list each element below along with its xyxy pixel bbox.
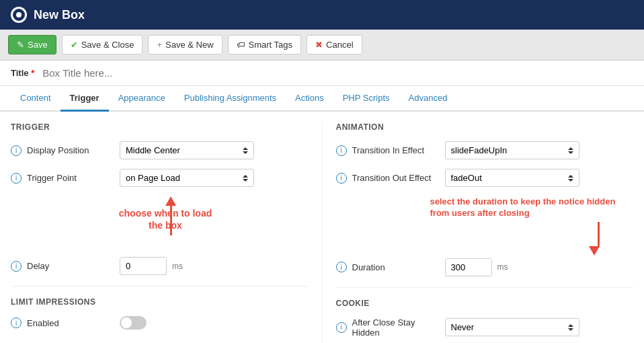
app-header: New Box <box>0 0 644 30</box>
trigger-point-info-icon[interactable]: i <box>11 173 22 184</box>
trigger-point-label: Trigger Point <box>27 173 114 183</box>
duration-info-icon[interactable]: i <box>336 262 347 272</box>
after-close-select[interactable]: Never 1 Day 7 Days 30 Days Forever <box>445 318 579 336</box>
delay-label: Delay <box>27 261 114 271</box>
trigger-section-title: TRIGGER <box>11 122 309 132</box>
after-close-label: After Close Stay Hidden <box>352 317 440 338</box>
transition-out-info-icon[interactable]: i <box>336 173 347 184</box>
tab-trigger[interactable]: Trigger <box>61 86 109 112</box>
trigger-point-row: i Trigger Point on Page Load on Exit Int… <box>11 169 309 187</box>
tab-content[interactable]: Content <box>11 86 61 112</box>
save-new-button[interactable]: + Save & New <box>148 35 222 54</box>
duration-label: Duration <box>352 262 440 272</box>
smart-tags-button[interactable]: 🏷 Smart Tags <box>228 35 302 54</box>
after-close-row: i After Close Stay Hidden Never 1 Day 7 … <box>336 317 634 338</box>
cancel-button[interactable]: ✖ Cancel <box>307 35 362 54</box>
annotation-text-right: select the duration to keep the notice h… <box>430 196 634 219</box>
plus-icon: + <box>157 40 162 50</box>
tab-publishing-assignments[interactable]: Publishing Assignments <box>175 86 286 112</box>
logo-icon <box>11 7 27 23</box>
annotation-left-area: choose when to load the box <box>11 196 309 257</box>
title-label: Title * <box>11 68 34 78</box>
transition-out-row: i Transition Out Effect fadeOut slideOut… <box>336 169 634 187</box>
tag-icon: 🏷 <box>237 40 245 50</box>
tab-bar: Content Trigger Appearance Publishing As… <box>0 86 644 112</box>
save-close-button[interactable]: ✔ Save & Close <box>62 35 143 54</box>
toolbar: ✎ Save ✔ Save & Close + Save & New 🏷 Sma… <box>0 30 644 61</box>
display-position-select[interactable]: Middle Center Top Left Top Right Bottom … <box>120 141 254 159</box>
title-input[interactable] <box>42 67 633 79</box>
enabled-row: i Enabled <box>11 316 309 330</box>
main-content: TRIGGER i Display Position Middle Center… <box>0 112 644 343</box>
transition-out-label: Transition Out Effect <box>352 173 440 183</box>
annotation-text-left: choose when to load the box <box>112 207 219 231</box>
check-icon: ✔ <box>71 40 78 50</box>
enabled-toggle[interactable] <box>120 316 147 330</box>
tab-php-scripts[interactable]: PHP Scripts <box>333 86 399 112</box>
transition-out-select[interactable]: fadeOut slideOutLeft slideOutRight slide… <box>445 169 579 187</box>
after-close-info-icon[interactable]: i <box>336 322 347 333</box>
tab-actions[interactable]: Actions <box>286 86 333 112</box>
duration-unit: ms <box>497 262 508 272</box>
tab-advanced[interactable]: Advanced <box>399 86 457 112</box>
cancel-icon: ✖ <box>315 40 323 50</box>
delay-unit: ms <box>172 262 183 271</box>
right-panel: ANIMATION i Transition In Effect slideFa… <box>323 122 634 343</box>
duration-row: i Duration ms <box>336 258 634 276</box>
limit-impressions-title: LIMIT IMPRESSIONS <box>11 297 309 307</box>
page-title: New Box <box>34 8 85 22</box>
animation-section-title: ANIMATION <box>336 122 634 132</box>
display-position-row: i Display Position Middle Center Top Lef… <box>11 141 309 159</box>
cookie-section-title: COOKIE <box>336 299 634 308</box>
display-position-info-icon[interactable]: i <box>11 145 22 156</box>
save-button[interactable]: ✎ Save <box>8 35 56 54</box>
save-icon: ✎ <box>17 40 24 50</box>
trigger-point-annotation-area: i Trigger Point on Page Load on Exit Int… <box>11 169 309 257</box>
delay-info-icon[interactable]: i <box>11 261 22 272</box>
transition-in-info-icon[interactable]: i <box>336 145 347 156</box>
delay-row: i Delay ms <box>11 257 309 275</box>
enabled-label: Enabled <box>27 318 114 328</box>
transition-in-select[interactable]: slideFadeUpIn fadeIn slideInLeft slideIn… <box>445 141 579 159</box>
transition-in-label: Transition In Effect <box>352 145 440 155</box>
left-panel: TRIGGER i Display Position Middle Center… <box>11 122 323 343</box>
section-divider <box>11 286 309 287</box>
transition-in-row: i Transition In Effect slideFadeUpIn fad… <box>336 141 634 159</box>
duration-input[interactable] <box>445 258 492 276</box>
tab-appearance[interactable]: Appearance <box>109 86 175 112</box>
trigger-point-select[interactable]: on Page Load on Exit Intent on Scroll on… <box>120 169 254 187</box>
display-position-label: Display Position <box>27 145 114 155</box>
annotation-arrow-right <box>336 222 600 256</box>
delay-input[interactable] <box>120 257 167 275</box>
animation-divider <box>336 287 634 288</box>
enabled-info-icon[interactable]: i <box>11 317 22 328</box>
duration-annotation-area: select the duration to keep the notice h… <box>336 196 634 256</box>
title-row: Title * <box>0 61 644 86</box>
